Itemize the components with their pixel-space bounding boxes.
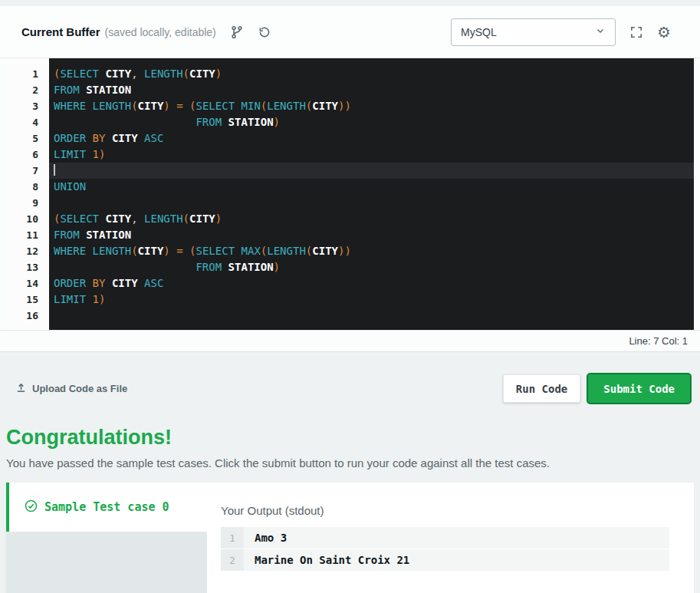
- line-number: 8: [6, 179, 49, 195]
- congratulations-message: You have passed the sample test cases. C…: [6, 456, 700, 469]
- editor-card: Current Buffer (saved locally, editable)…: [0, 6, 700, 352]
- line-number: 4: [6, 114, 49, 130]
- output-row: 2Marine On Saint Croix 21: [221, 549, 669, 572]
- editor-code[interactable]: (SELECT CITY, LENGTH(CITY)FROM STATIONWH…: [49, 58, 694, 330]
- history-icon[interactable]: [258, 25, 271, 39]
- output-row: 1Amo 3: [221, 527, 669, 549]
- code-line[interactable]: ORDER BY CITY ASC: [49, 275, 694, 292]
- code-line[interactable]: LIMIT 1): [49, 147, 694, 163]
- line-number: 11: [6, 227, 49, 243]
- code-line[interactable]: [49, 195, 694, 211]
- code-line[interactable]: [49, 163, 694, 179]
- output-line-number: 1: [221, 527, 244, 549]
- language-select-value: MySQL: [461, 26, 497, 38]
- code-line[interactable]: ORDER BY CITY ASC: [49, 130, 694, 147]
- code-line[interactable]: WHERE LENGTH(CITY) = (SELECT MIN(LENGTH(…: [49, 98, 694, 114]
- buffer-title: Current Buffer: [21, 25, 100, 38]
- code-line[interactable]: WHERE LENGTH(CITY) = (SELECT MAX(LENGTH(…: [49, 243, 694, 259]
- testcase-list-background: [6, 532, 207, 593]
- testcase-tab-0[interactable]: Sample Test case 0: [6, 483, 207, 532]
- check-circle-icon: [25, 499, 38, 516]
- text-cursor: [54, 164, 55, 176]
- output-line-text: Marine On Saint Croix 21: [244, 554, 409, 566]
- code-line[interactable]: (SELECT CITY, LENGTH(CITY): [49, 66, 694, 82]
- fullscreen-icon[interactable]: [629, 25, 643, 39]
- editor-gutter: 12345678910111213141516: [6, 58, 49, 330]
- line-number: 7: [6, 163, 49, 179]
- submit-code-button[interactable]: Submit Code: [588, 374, 690, 403]
- upload-icon: [15, 382, 27, 396]
- buffer-subtitle: (saved locally, editable): [105, 26, 216, 38]
- line-number: 15: [6, 292, 49, 308]
- line-number: 14: [6, 275, 49, 292]
- line-number: 16: [6, 308, 49, 324]
- cursor-position: Line: 7 Col: 1: [629, 335, 688, 347]
- chevron-down-icon: [595, 25, 606, 38]
- code-line[interactable]: UNION: [49, 179, 694, 195]
- code-line[interactable]: LIMIT 1): [49, 292, 694, 308]
- output-label: Your Output (stdout): [221, 504, 669, 517]
- upload-code-link[interactable]: Upload Code as File: [15, 382, 127, 396]
- line-number: 5: [6, 130, 49, 147]
- testcase-output-section: Your Output (stdout) 1Amo 32Marine On Sa…: [207, 483, 694, 593]
- line-number: 2: [6, 82, 49, 98]
- code-line[interactable]: FROM STATION): [49, 259, 694, 275]
- run-code-button[interactable]: Run Code: [503, 374, 580, 403]
- settings-gear-icon[interactable]: ⚙: [657, 25, 671, 39]
- code-line[interactable]: FROM STATION): [49, 114, 694, 130]
- upload-link-label: Upload Code as File: [32, 383, 127, 394]
- branch-icon[interactable]: [230, 25, 244, 39]
- code-line[interactable]: [49, 308, 694, 324]
- code-line[interactable]: FROM STATION: [49, 227, 694, 243]
- actions-row: Upload Code as File Run Code Submit Code: [15, 374, 690, 403]
- output-line-text: Amo 3: [244, 532, 287, 544]
- line-number: 13: [6, 259, 49, 275]
- line-number: 6: [6, 147, 49, 163]
- code-editor: 12345678910111213141516 (SELECT CITY, LE…: [0, 58, 700, 330]
- editor-toolbar: Current Buffer (saved locally, editable)…: [0, 6, 700, 58]
- testcase-tab-label: Sample Test case 0: [44, 500, 169, 514]
- output-lines: 1Amo 32Marine On Saint Croix 21: [221, 527, 669, 572]
- line-number: 10: [6, 211, 49, 227]
- line-number: 9: [6, 195, 49, 211]
- line-number: 12: [6, 243, 49, 259]
- language-select[interactable]: MySQL: [451, 18, 616, 46]
- line-number: 1: [6, 66, 49, 82]
- testcase-panel: Sample Test case 0 Your Output (stdout) …: [6, 483, 694, 593]
- code-line[interactable]: FROM STATION: [49, 82, 694, 98]
- line-number: 3: [6, 98, 49, 114]
- code-line[interactable]: (SELECT CITY, LENGTH(CITY): [49, 211, 694, 227]
- output-line-number: 2: [221, 549, 244, 571]
- congratulations-heading: Congratulations!: [6, 426, 700, 450]
- editor-statusbar: Line: 7 Col: 1: [0, 330, 700, 351]
- testcase-list: Sample Test case 0: [6, 483, 207, 593]
